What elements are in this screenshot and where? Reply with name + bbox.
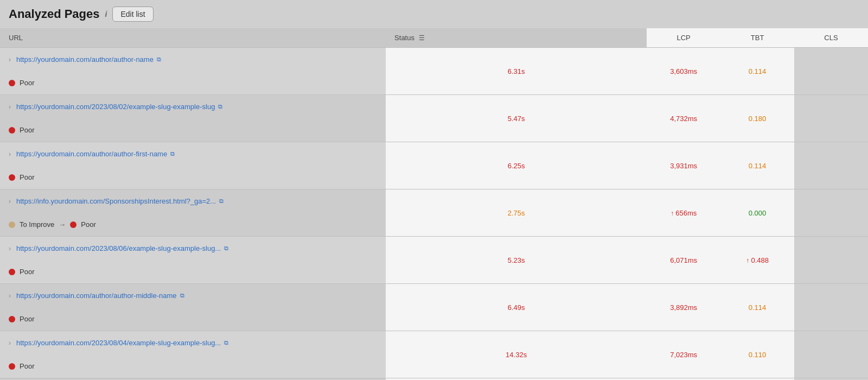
table-row: ›https://yourdomain.com/author/author-na… [0, 48, 868, 95]
col-header-tbt: TBT [720, 28, 794, 48]
page-title: Analyzed Pages [9, 7, 100, 21]
table-row: ›https://info.yourdomain.com/Sponsorship… [0, 189, 868, 237]
page-wrapper: Analyzed Pages i Edit list URL Status ☰ … [0, 0, 868, 380]
url-cell: ›https://yourdomain.com/2023/08/04/examp… [0, 331, 386, 354]
url-link[interactable]: https://yourdomain.com/author/author-mid… [16, 292, 177, 300]
edit-list-button[interactable]: Edit list [112, 7, 153, 22]
lcp-value: 15.35s [386, 378, 647, 381]
status-cell: To Improve→Poor [0, 213, 386, 236]
tbt-value: 3,892ms [647, 284, 720, 331]
status-label: Poor [20, 362, 34, 370]
cls-value: 0.180 [720, 95, 794, 142]
cls-value: ↑ 0.488 [720, 237, 794, 284]
expand-arrow[interactable]: › [9, 56, 11, 64]
table-row: ›https://yourdomain.com/2023/08/02/examp… [0, 95, 868, 142]
tbt-value: ↑ 656ms [647, 189, 720, 237]
tbt-up-arrow: ↑ [671, 210, 675, 217]
external-link-icon[interactable]: ⧉ [224, 245, 228, 252]
status-cell: Poor [0, 166, 386, 189]
external-link-icon[interactable]: ⧉ [170, 150, 175, 157]
lcp-value: 6.31s [386, 48, 647, 95]
status-cell: Poor [0, 354, 386, 378]
cls-value: 0.114 [720, 142, 794, 189]
table-container: URL Status ☰ LCP TBT CLS ›https://yourdo… [0, 28, 868, 380]
url-link[interactable]: https://yourdomain.com/author/author-nam… [16, 55, 154, 64]
status-label: Poor [20, 315, 34, 323]
url-link[interactable]: https://yourdomain.com/2023/08/02/exampl… [16, 103, 215, 111]
tbt-value: 7,023ms [647, 331, 720, 378]
url-link[interactable]: https://yourdomain.com/author/author-fir… [16, 150, 167, 158]
status-dot-to [70, 221, 76, 228]
col-header-status: Status ☰ [386, 28, 647, 48]
url-link[interactable]: https://info.yourdomain.com/Sponsorships… [16, 197, 216, 205]
status-dot [9, 80, 15, 86]
tbt-value: 5,249ms [647, 378, 720, 381]
external-link-icon[interactable]: ⧉ [180, 292, 184, 299]
lcp-value: 5.47s [386, 95, 647, 142]
url-link[interactable]: https://yourdomain.com/2023/08/06/exampl… [16, 244, 221, 252]
cls-value: 0.114 [720, 48, 794, 95]
table-row: ›https://yourdomain.com/2023/08/06/examp… [0, 237, 868, 284]
external-link-icon[interactable]: ⧉ [219, 198, 224, 205]
expand-arrow[interactable]: › [9, 103, 11, 111]
lcp-value: 2.75s [386, 189, 647, 237]
external-link-icon[interactable]: ⧉ [157, 56, 161, 63]
url-cell: ›https://info.yourdomain.com/Sponsorship… [0, 189, 386, 213]
status-dot [9, 363, 15, 370]
expand-arrow[interactable]: › [9, 198, 11, 205]
lcp-value: 6.49s [386, 284, 647, 331]
status-cell: Poor [0, 307, 386, 331]
expand-arrow[interactable]: › [9, 292, 11, 300]
cls-value: 0.110 [720, 331, 794, 378]
external-link-icon[interactable]: ⧉ [224, 339, 228, 346]
url-cell: ›https://yourdomain.com/author/author-mi… [0, 284, 386, 307]
status-from-label: To Improve [20, 220, 54, 229]
tbt-value: 6,071ms [647, 237, 720, 284]
info-icon[interactable]: i [105, 10, 107, 18]
lcp-value: 6.25s [386, 142, 647, 189]
table-row: ›https://yourdomain.com/author/author-fi… [0, 142, 868, 189]
url-cell: ›https://yourdomain.com/author/author-fi… [0, 142, 386, 166]
url-cell: ›https://yourdomain.com/2023/08/02/examp… [0, 95, 386, 118]
status-dot [9, 127, 15, 134]
cls-value: 0.081 [720, 378, 794, 381]
url-link[interactable]: https://yourdomain.com/2023/08/04/exampl… [16, 339, 221, 347]
page-header: Analyzed Pages i Edit list [0, 0, 868, 28]
status-dot [9, 174, 15, 181]
lcp-value: 14.32s [386, 331, 647, 378]
status-change-arrow: → [59, 220, 66, 229]
filter-icon[interactable]: ☰ [419, 34, 425, 42]
analyzed-pages-table: URL Status ☰ LCP TBT CLS ›https://yourdo… [0, 28, 868, 380]
cls-value: 0.000 [720, 189, 794, 237]
table-row: ›https://yourdomain.com/2023/08/04/examp… [0, 331, 868, 378]
table-header-row: URL Status ☰ LCP TBT CLS [0, 28, 868, 48]
status-label: Poor [20, 126, 34, 134]
table-row: ›https://yourdomain.com/author/author-mi… [0, 284, 868, 331]
col-header-cls: CLS [794, 28, 868, 48]
expand-arrow[interactable]: › [9, 150, 11, 158]
cls-value: 0.114 [720, 284, 794, 331]
status-cell: Poor [0, 71, 386, 94]
table-row: ›https://yourdomain.com/⧉Poor15.35s5,249… [0, 378, 868, 381]
status-cell: Poor [0, 260, 386, 283]
col-header-lcp: LCP [647, 28, 720, 48]
tbt-value: 3,603ms [647, 48, 720, 95]
tbt-value: 3,931ms [647, 142, 720, 189]
status-dot [9, 316, 15, 322]
status-label: Poor [20, 268, 34, 276]
url-cell: ›https://yourdomain.com/author/author-na… [0, 48, 386, 71]
status-label: Poor [20, 173, 34, 181]
cls-up-arrow: ↑ [746, 257, 751, 264]
expand-arrow[interactable]: › [9, 339, 11, 347]
status-label: Poor [20, 79, 34, 87]
status-to-label: Poor [81, 220, 95, 229]
status-dot-from [9, 221, 15, 228]
status-dot [9, 269, 15, 275]
expand-arrow[interactable]: › [9, 245, 11, 252]
lcp-value: 5.23s [386, 237, 647, 284]
tbt-value: 4,732ms [647, 95, 720, 142]
url-cell: ›https://yourdomain.com/2023/08/06/examp… [0, 237, 386, 260]
status-cell: Poor [0, 118, 386, 142]
external-link-icon[interactable]: ⧉ [218, 103, 222, 110]
col-header-url: URL [0, 28, 386, 48]
